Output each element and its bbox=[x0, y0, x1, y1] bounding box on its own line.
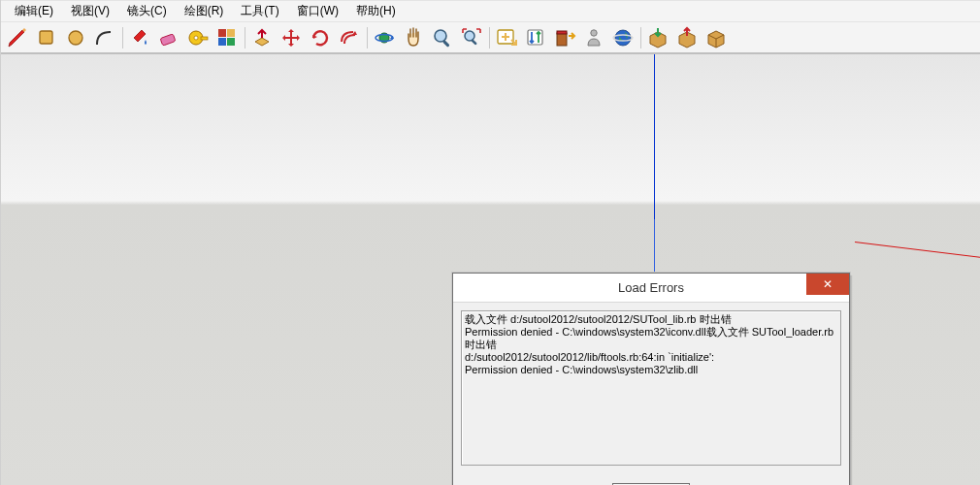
move-button[interactable] bbox=[277, 23, 306, 52]
axis-blue-lower bbox=[654, 219, 655, 275]
zoom-extents-button[interactable] bbox=[457, 23, 486, 52]
earth-button[interactable] bbox=[608, 23, 637, 52]
box-button[interactable] bbox=[702, 23, 731, 52]
pan-icon bbox=[402, 26, 425, 49]
earth-icon bbox=[611, 26, 635, 49]
package-in-button[interactable] bbox=[643, 23, 672, 52]
textures-button[interactable] bbox=[212, 23, 242, 52]
tape-button[interactable] bbox=[183, 23, 212, 52]
error-textarea[interactable] bbox=[461, 310, 841, 466]
main-toolbar bbox=[1, 21, 980, 54]
rectangle-icon bbox=[35, 26, 58, 49]
extensions-button[interactable] bbox=[550, 23, 579, 52]
pan-button[interactable] bbox=[399, 23, 428, 52]
textures-icon bbox=[215, 26, 239, 49]
open-component-button[interactable] bbox=[492, 23, 521, 52]
package-out-button[interactable] bbox=[672, 23, 702, 52]
menu-item[interactable]: 编辑(E) bbox=[7, 1, 61, 21]
offset-icon bbox=[338, 26, 361, 49]
share-icon bbox=[524, 26, 547, 49]
dialog-titlebar[interactable]: Load Errors ✕ bbox=[453, 274, 849, 303]
bucket-icon bbox=[128, 26, 151, 49]
menu-item[interactable]: 帮助(H) bbox=[348, 1, 404, 21]
dialog-button-row: 确定 bbox=[453, 477, 849, 485]
rotate-icon bbox=[309, 26, 332, 49]
pencil-button[interactable] bbox=[3, 23, 32, 52]
dialog-title: Load Errors bbox=[618, 280, 684, 295]
package-out-icon bbox=[675, 26, 699, 49]
close-icon: ✕ bbox=[823, 277, 833, 291]
circle-button[interactable] bbox=[61, 23, 90, 52]
bucket-button[interactable] bbox=[125, 23, 154, 52]
menu-item[interactable]: 窗口(W) bbox=[289, 1, 346, 21]
model-viewport[interactable]: Load Errors ✕ 确定 bbox=[1, 54, 980, 485]
extensions-icon bbox=[553, 26, 576, 49]
orbit-icon bbox=[373, 26, 396, 49]
axis-blue-upper bbox=[654, 54, 655, 219]
share-button[interactable] bbox=[521, 23, 550, 52]
person-icon bbox=[582, 26, 605, 49]
zoom-extents-icon bbox=[460, 26, 483, 49]
zoom-icon bbox=[431, 26, 454, 49]
move-icon bbox=[279, 26, 303, 49]
zoom-button[interactable] bbox=[428, 23, 457, 52]
load-errors-dialog: Load Errors ✕ 确定 bbox=[452, 273, 850, 485]
menu-item[interactable]: 视图(V) bbox=[63, 1, 117, 21]
rotate-button[interactable] bbox=[306, 23, 335, 52]
pushpull-icon bbox=[250, 26, 274, 49]
circle-icon bbox=[64, 26, 87, 49]
orbit-button[interactable] bbox=[370, 23, 399, 52]
rectangle-button[interactable] bbox=[32, 23, 61, 52]
arc-button[interactable] bbox=[90, 23, 119, 52]
tape-icon bbox=[186, 26, 210, 49]
eraser-button[interactable] bbox=[154, 23, 183, 52]
box-icon bbox=[704, 26, 728, 49]
menu-item[interactable]: 绘图(R) bbox=[177, 1, 232, 21]
close-button[interactable]: ✕ bbox=[806, 274, 849, 295]
pencil-icon bbox=[6, 26, 29, 49]
arc-icon bbox=[93, 26, 116, 49]
menu-item[interactable]: 镜头(C) bbox=[119, 1, 175, 21]
offset-button[interactable] bbox=[335, 23, 364, 52]
open-component-icon bbox=[495, 26, 518, 49]
menu-bar: 编辑(E)视图(V)镜头(C)绘图(R)工具(T)窗口(W)帮助(H) bbox=[1, 0, 980, 21]
dialog-body bbox=[453, 303, 849, 477]
pushpull-button[interactable] bbox=[247, 23, 277, 52]
eraser-icon bbox=[157, 26, 180, 49]
package-in-icon bbox=[646, 26, 670, 49]
person-button[interactable] bbox=[579, 23, 608, 52]
menu-item[interactable]: 工具(T) bbox=[233, 1, 286, 21]
